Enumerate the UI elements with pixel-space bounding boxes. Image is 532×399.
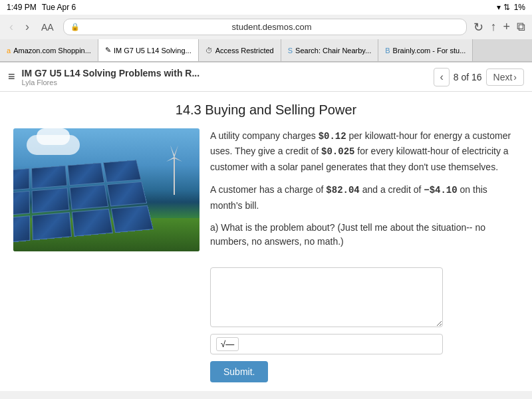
page-toolbar: ≡ IM G7 U5 L14 Solving Problems with R..…: [0, 63, 532, 92]
tabs-bar: a Amazon.com Shoppin... ✎ IM G7 U5 L14 S…: [0, 39, 532, 62]
panel-cell: [31, 166, 67, 189]
menu-button[interactable]: ≡: [8, 70, 15, 84]
tab-desmos[interactable]: ✎ IM G7 U5 L14 Solving...: [98, 39, 199, 61]
forward-button[interactable]: ›: [23, 19, 32, 35]
lesson-title: 14.3 Buying and Selling Power: [13, 102, 519, 118]
panel-cell: [67, 163, 104, 186]
amazon-icon: a: [7, 47, 11, 55]
windmill-icon: [166, 138, 183, 198]
tab-amazon-label: Amazon.com Shoppin...: [13, 47, 91, 55]
refresh-button[interactable]: ↻: [473, 20, 483, 35]
tab-brainly[interactable]: B Brainly.com - For stu...: [378, 39, 473, 61]
question-text: a) What is the problem about? (Just tell…: [210, 221, 519, 249]
access-icon: ⏱: [205, 47, 213, 55]
prev-page-button[interactable]: ‹: [434, 68, 449, 86]
pagination: ‹ 8 of 16 Next ›: [434, 68, 524, 86]
status-bar: 1:49 PM Tue Apr 6 ▾ ⇅ 1%: [0, 0, 532, 15]
answer-input[interactable]: [210, 267, 443, 327]
svg-marker-3: [166, 157, 174, 162]
credit-per-kwh: $0.025: [321, 146, 354, 157]
share-button[interactable]: ↑: [490, 20, 496, 34]
panel-cell: [13, 191, 30, 217]
svg-marker-4: [174, 157, 182, 162]
page-info: 8 of 16: [454, 72, 482, 82]
clouds: [27, 135, 80, 155]
panel-cell: [32, 212, 72, 241]
svg-marker-1: [170, 145, 174, 158]
panel-cell: [13, 168, 30, 192]
tab-access-label: Access Restricted: [215, 47, 274, 55]
panel-cell: [103, 160, 142, 182]
solar-panel-grid: [13, 160, 154, 244]
tabs-button[interactable]: ⧉: [517, 20, 525, 34]
paragraph-2: A customer has a charge of $82.04 and a …: [210, 182, 519, 213]
panel-cell: [107, 182, 148, 207]
panel-cell: [32, 188, 70, 213]
next-page-button[interactable]: Next ›: [486, 68, 524, 86]
content-area: 14.3 Buying and Selling Power: [0, 92, 532, 391]
add-tab-button[interactable]: +: [503, 20, 510, 34]
back-button[interactable]: ‹: [7, 19, 16, 35]
time: 1:49 PM: [7, 3, 37, 12]
math-sqrt-button[interactable]: √—: [216, 337, 239, 351]
page-sub-title: Lyla Flores: [22, 78, 428, 86]
tab-search[interactable]: S Search: Chair Nearby...: [281, 39, 378, 61]
panel-cell: [69, 185, 108, 210]
address-bar[interactable]: 🔒 student.desmos.com: [63, 19, 467, 35]
address-url: student.desmos.com: [84, 22, 460, 32]
tab-search-label: Search: Chair Nearby...: [295, 47, 371, 55]
panel-cell: [13, 215, 30, 244]
reader-button[interactable]: AA: [39, 21, 57, 34]
total-charge: $82.04: [326, 185, 359, 196]
tab-access[interactable]: ⏱ Access Restricted: [199, 39, 281, 61]
tab-desmos-label: IM G7 U5 L14 Solving...: [114, 47, 192, 55]
next-chevron: ›: [513, 72, 517, 82]
status-left: 1:49 PM Tue Apr 6: [7, 3, 76, 12]
browser-actions: ↻ ↑ + ⧉: [473, 20, 525, 35]
tab-brainly-label: Brainly.com - For stu...: [393, 47, 466, 55]
total-credit: −$4.10: [424, 185, 457, 196]
browser-chrome: ‹ › AA 🔒 student.desmos.com ↻ ↑ + ⧉ a Am…: [0, 15, 532, 63]
date: Tue Apr 6: [42, 3, 76, 12]
lock-icon: 🔒: [70, 23, 80, 31]
wifi-icon: ▾ ⇅: [497, 3, 509, 12]
status-right: ▾ ⇅ 1%: [497, 3, 525, 12]
question-section: a) What is the problem about? (Just tell…: [210, 221, 519, 249]
tab-amazon[interactable]: a Amazon.com Shoppin...: [0, 39, 98, 61]
toolbar-title-group: IM G7 U5 L14 Solving Problems with R... …: [22, 68, 428, 86]
price-per-kwh: $0.12: [319, 131, 346, 142]
page-main-title: IM G7 U5 L14 Solving Problems with R...: [22, 68, 428, 78]
math-toolbar: √—: [210, 334, 443, 354]
svg-marker-2: [174, 145, 178, 158]
battery: 1%: [514, 3, 525, 12]
panel-cell: [111, 205, 154, 233]
panel-cell: [72, 209, 113, 237]
brainly-icon: B: [385, 47, 390, 55]
browser-nav: ‹ › AA 🔒 student.desmos.com ↻ ↑ + ⧉: [0, 15, 532, 39]
text-content: A utility company charges $0.12 per kilo…: [210, 128, 519, 257]
search-tab-icon: S: [288, 47, 293, 55]
desmos-icon: ✎: [105, 46, 111, 55]
solar-panel-image: [13, 128, 200, 251]
submit-button[interactable]: Submit.: [210, 361, 268, 382]
content-body: A utility company charges $0.12 per kilo…: [13, 128, 519, 257]
paragraph-1: A utility company charges $0.12 per kilo…: [210, 128, 519, 174]
next-label: Next: [493, 72, 513, 82]
